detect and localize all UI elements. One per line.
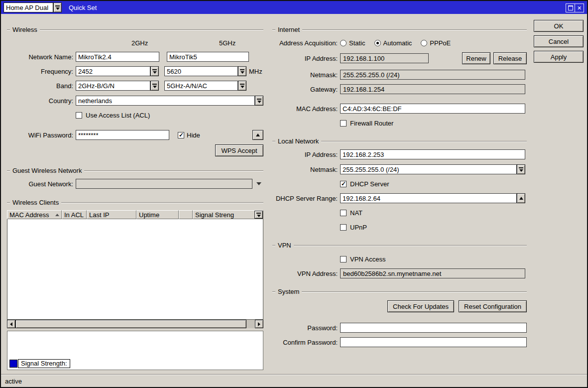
column-in-acl[interactable]: In ACL (62, 210, 87, 219)
country-input[interactable] (76, 96, 255, 106)
local-netmask-dropdown-icon[interactable] (517, 164, 525, 174)
radio-automatic-icon[interactable] (374, 40, 381, 46)
wps-accept-button[interactable]: WPS Accept (215, 144, 263, 156)
ok-button[interactable]: OK (534, 20, 584, 32)
band-label: Band: (7, 82, 73, 90)
signal-strength-color-swatch (9, 360, 17, 368)
band-5ghz-input[interactable] (164, 81, 238, 91)
guest-network-dropdown-icon[interactable] (256, 182, 261, 185)
local-netmask-row: Netmask: (272, 164, 527, 174)
upnp-label: UPnP (350, 224, 367, 231)
country-row: Country: (7, 96, 263, 106)
confirm-password-row: Confirm Password: (272, 337, 527, 347)
column-header-5ghz: 5GHz (219, 39, 235, 47)
firewall-router-checkbox[interactable] (340, 120, 347, 127)
column-blank[interactable] (179, 210, 193, 219)
use-acl-checkbox[interactable] (76, 112, 82, 119)
signal-strength-legend-label: Signal Strength: (18, 359, 70, 368)
column-header-2ghz: 2GHz (131, 39, 148, 47)
left-arrow-icon (10, 322, 12, 326)
local-ip-input[interactable] (340, 149, 525, 159)
apply-button[interactable]: Apply (534, 51, 584, 63)
radio-static[interactable]: Static (340, 39, 365, 47)
vpn-access-checkbox[interactable] (340, 256, 347, 262)
frequency-5ghz-dropdown-icon[interactable] (238, 66, 246, 76)
hide-password-label: Hide (187, 131, 200, 139)
frequency-2ghz-dropdown-icon[interactable] (150, 66, 159, 76)
scroll-left-button[interactable] (7, 320, 15, 328)
network-name-5ghz-input[interactable] (167, 52, 249, 62)
column-uptime[interactable]: Uptime (136, 210, 179, 219)
release-button[interactable]: Release (493, 52, 527, 64)
section-internet: Internet (272, 26, 527, 33)
check-for-updates-button[interactable]: Check For Updates (387, 300, 454, 312)
password-row: Password: (272, 323, 527, 333)
section-wireless: Wireless (7, 26, 263, 33)
internet-ip-row: IP Address: 192.168.1.100 Renew Release (272, 52, 527, 64)
mac-address-input[interactable] (340, 104, 525, 114)
mac-address-row: MAC Address: (272, 104, 527, 114)
band-2ghz-dropdown-icon[interactable] (150, 81, 159, 91)
scroll-right-button[interactable] (255, 320, 263, 328)
scrollbar-thumb[interactable] (15, 320, 246, 328)
maximize-icon (568, 5, 573, 10)
clients-table-body[interactable] (7, 219, 263, 320)
wifi-password-input[interactable] (76, 130, 169, 140)
local-netmask-input[interactable] (340, 164, 517, 174)
frequency-2ghz-input[interactable] (76, 66, 150, 76)
scrollbar-track[interactable] (246, 320, 255, 328)
password-input[interactable] (340, 323, 527, 333)
network-name-label: Network Name: (7, 53, 73, 61)
column-signal-strength[interactable]: Signal Streng (193, 210, 263, 219)
dhcp-range-expand-icon[interactable] (517, 193, 525, 203)
band-2ghz-input[interactable] (76, 81, 150, 91)
window-title: Quick Set (69, 4, 97, 11)
wireless-clients-table: MAC Address In ACL Last IP Uptime Signal… (7, 210, 263, 328)
address-acquisition-label: Address Acquisition: (272, 39, 338, 47)
nat-checkbox[interactable] (340, 210, 347, 216)
country-label: Country: (7, 97, 73, 105)
local-ip-row: IP Address: (272, 149, 527, 159)
radio-automatic[interactable]: Automatic (374, 39, 412, 47)
firewall-router-row: Firewall Router (340, 120, 393, 127)
radio-static-icon[interactable] (340, 40, 347, 46)
column-mac-address[interactable]: MAC Address (7, 210, 62, 219)
collapse-password-button[interactable] (252, 130, 263, 140)
profile-value[interactable]: Home AP Dual (3, 2, 53, 12)
nat-row: NAT (340, 209, 362, 217)
profile-combobox[interactable]: Home AP Dual (3, 2, 62, 12)
up-arrow-icon (256, 133, 260, 136)
signal-strength-panel: Signal Strength: (7, 331, 263, 370)
network-name-2ghz-input[interactable] (76, 52, 159, 62)
wifi-password-label: WiFi Password: (7, 131, 73, 139)
section-wireless-clients: Wireless Clients (7, 199, 263, 206)
internet-ip-field: 192.168.1.100 (340, 53, 429, 63)
maximize-button[interactable] (566, 4, 575, 12)
confirm-password-input[interactable] (340, 337, 527, 347)
system-buttons-row: Check For Updates Reset Configuration (272, 300, 527, 312)
upnp-checkbox[interactable] (340, 224, 347, 231)
hide-password-checkbox[interactable] (178, 132, 184, 138)
reset-configuration-button[interactable]: Reset Configuration (459, 300, 527, 312)
band-5ghz-dropdown-icon[interactable] (238, 81, 246, 91)
column-last-ip[interactable]: Last IP (87, 210, 136, 219)
statusbar-divider (1, 374, 587, 375)
confirm-password-label: Confirm Password: (272, 339, 338, 346)
horizontal-scrollbar[interactable] (7, 320, 263, 328)
renew-button[interactable]: Renew (462, 52, 490, 64)
dhcp-range-input[interactable] (340, 193, 517, 203)
local-netmask-label: Netmask: (272, 166, 338, 173)
section-local-network: Local Network (272, 137, 527, 145)
profile-dropdown-icon[interactable] (53, 2, 62, 12)
close-button[interactable]: ✕ (575, 4, 584, 12)
guest-network-label: Guest Network: (7, 180, 73, 188)
cancel-button[interactable]: Cancel (534, 35, 584, 47)
dhcp-server-checkbox[interactable] (340, 181, 347, 187)
radio-pppoe-icon[interactable] (421, 40, 427, 46)
frequency-5ghz-input[interactable] (164, 66, 238, 76)
country-dropdown-icon[interactable] (255, 96, 263, 106)
upnp-row: UPnP (340, 224, 367, 231)
vpn-access-row: VPN Access (340, 256, 386, 263)
radio-pppoe[interactable]: PPPoE (421, 39, 451, 47)
columns-dropdown-icon[interactable] (254, 211, 263, 219)
